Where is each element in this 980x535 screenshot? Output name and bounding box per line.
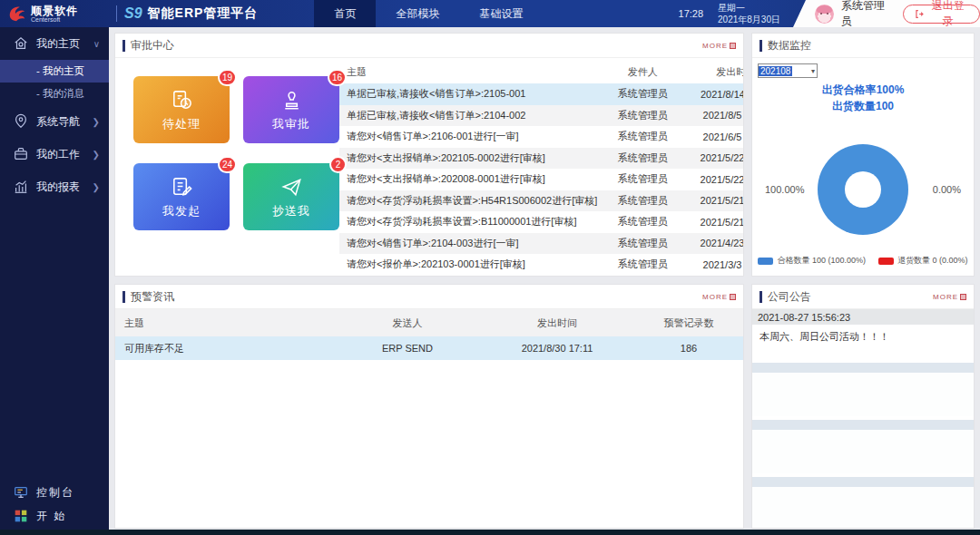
alert-row[interactable]: 可用库存不足ERP SEND2021/8/30 17:11186 xyxy=(115,336,743,360)
sidebar-item-我的主页[interactable]: 我的主页∨ xyxy=(0,27,109,60)
legend-label: 合格数量 100 (100.00%) xyxy=(777,255,866,267)
alerts-more-link[interactable]: MORE xyxy=(702,293,736,301)
logout-button[interactable]: 退出登录 xyxy=(903,5,980,24)
approval-sender: 系统管理员 xyxy=(597,237,688,250)
chevron-down-icon: ∨ xyxy=(93,39,100,49)
approval-row[interactable]: 请您对<支出报销单>:202008-0001进行[审核]系统管理员2021/5/… xyxy=(339,169,744,190)
chart-title-line2: 出货数量100 xyxy=(752,98,974,114)
approval-subject: 请您对<支出报销单>:202008-0001进行[审核] xyxy=(339,172,597,186)
approval-row[interactable]: 请您对<销售订单>:2106-001进行[一审]系统管理员2021/6/5 14… xyxy=(339,126,744,148)
product-title: 智能ERP管理平台 xyxy=(148,5,259,22)
more-label: MORE xyxy=(702,293,728,301)
tile-待处理[interactable]: 待处理19 xyxy=(133,76,230,143)
avatar[interactable] xyxy=(815,5,834,24)
s9-logo: S9 xyxy=(124,5,142,22)
data-monitor-title: 数据监控 xyxy=(768,38,811,54)
logo-text-en: Centersoft xyxy=(31,16,78,23)
approval-row[interactable]: 请您对<存货浮动耗损率设置>:B11000001进行[审核]系统管理员2021/… xyxy=(339,211,744,233)
col-sender: 发件人 xyxy=(597,65,688,79)
home-icon xyxy=(13,35,29,52)
nav-item-基础设置[interactable]: 基础设置 xyxy=(459,0,543,27)
approval-more-link[interactable]: MORE xyxy=(702,42,736,50)
legend-item: 退货数量 0 (0.00%) xyxy=(878,255,968,267)
approval-tiles: 待处理19我审批16我发起24抄送我2 xyxy=(115,58,339,277)
tile-抄送我[interactable]: 抄送我2 xyxy=(243,163,339,230)
approval-time: 2021/5/21 16:13 xyxy=(688,217,744,228)
sidebar-item-我的报表[interactable]: 我的报表❯ xyxy=(0,170,109,203)
briefcase-icon xyxy=(13,146,29,162)
tile-我发起[interactable]: 我发起24 xyxy=(133,163,230,230)
approval-sender: 系统管理员 xyxy=(597,215,688,229)
more-icon xyxy=(730,294,736,300)
alert-count: 186 xyxy=(634,343,743,354)
nav-item-全部模块[interactable]: 全部模块 xyxy=(376,0,459,27)
announcement-separator xyxy=(752,477,974,487)
period-select[interactable]: 202108 ▾ xyxy=(758,63,818,78)
tile-label: 抄送我 xyxy=(272,203,310,219)
approval-subject: 请您对<报价单>:202103-0001进行[审核] xyxy=(339,258,597,271)
tile-label: 我审批 xyxy=(272,116,310,132)
doc-edit-icon xyxy=(170,175,194,199)
announcement-empty-slot xyxy=(752,487,974,529)
announcement-content[interactable]: 本周六、周日公司活动！！！ xyxy=(752,325,974,359)
clock: 17:28 xyxy=(679,8,704,19)
tile-我审批[interactable]: 我审批16 xyxy=(243,76,339,143)
sidebar: 我的主页∨- 我的主页- 我的消息系统导航❯我的工作❯我的报表❯ 控制台开 始 xyxy=(0,27,109,535)
sidebar-bottom-label: 控制台 xyxy=(36,485,100,501)
approval-row[interactable]: 请您对<存货浮动耗损率设置>:H54R1S006002进行[审核]系统管理员20… xyxy=(339,190,744,212)
pending-doc-icon xyxy=(170,88,194,112)
alerts-table-header: 主题 发送人 发出时间 预警记录数 xyxy=(115,309,743,336)
sidebar-subitem-我的消息[interactable]: - 我的消息 xyxy=(0,83,109,105)
paper-plane-icon xyxy=(279,175,304,199)
approval-sender: 系统管理员 xyxy=(597,87,688,101)
approval-row[interactable]: 请您对<销售订单>:2104-003进行[一审]系统管理员2021/4/23 1… xyxy=(339,233,744,255)
data-monitor-panel: 数据监控 202108 ▾ 出货合格率100% 出货数量100 100.00% … xyxy=(751,33,975,277)
stamp-icon xyxy=(279,88,304,112)
sidebar-item-我的工作[interactable]: 我的工作❯ xyxy=(0,138,109,170)
announcement-empty-slot xyxy=(752,373,974,416)
panel-accent xyxy=(122,40,125,52)
announcements-panel: 公司公告 MORE 2021-08-27 15:56:23本周六、周日公司活动！… xyxy=(751,284,975,529)
sidebar-bottom-控制台[interactable]: 控制台 xyxy=(0,481,109,504)
approval-subject: 请您对<存货浮动耗损率设置>:B11000001进行[审核] xyxy=(339,215,597,229)
main-content: 审批中心 MORE 待处理19我审批16我发起24抄送我2 主题 发件人 发出时… xyxy=(109,27,980,535)
donut-hole xyxy=(845,171,881,208)
sidebar-submenu: - 我的主页- 我的消息 xyxy=(0,60,109,105)
more-icon xyxy=(960,294,966,300)
sidebar-subitem-我的主页[interactable]: - 我的主页 xyxy=(0,60,109,83)
approval-subject: 单据已审核,请接收<销售订单>:2105-001 xyxy=(339,87,597,101)
company-logo: 顺景软件 Centersoft xyxy=(0,4,109,24)
col-subject: 主题 xyxy=(339,65,597,79)
start-icon xyxy=(13,508,29,524)
alert-sender: ERP SEND xyxy=(335,343,480,354)
alert-subject: 可用库存不足 xyxy=(115,342,335,355)
approval-row[interactable]: 单据已审核,请接收<销售订单>:2105-001系统管理员2021/8/14 1… xyxy=(339,83,744,105)
date: 2021年8月30日 xyxy=(718,14,780,25)
chart-legend: 合格数量 100 (100.00%)退货数量 0 (0.00%) xyxy=(752,255,974,267)
approval-table: 主题 发件人 发出时间 单据已审核,请接收<销售订单>:2105-001系统管理… xyxy=(339,58,744,277)
approval-row[interactable]: 请您对<报价单>:202103-0001进行[审核]系统管理员2021/3/3 … xyxy=(339,254,744,276)
approval-sender: 系统管理员 xyxy=(597,151,688,165)
approval-time: 2021/4/23 14:06 xyxy=(688,238,744,248)
announcement-datetime: 2021-08-27 15:56:23 xyxy=(752,309,974,325)
nav-item-首页[interactable]: 首页 xyxy=(314,0,376,27)
approval-center-header: 审批中心 MORE xyxy=(115,34,743,58)
chart-title: 出货合格率100% 出货数量100 xyxy=(752,82,974,114)
approval-row[interactable]: 单据已审核,请接收<销售订单>:2104-002系统管理员2021/8/5 16… xyxy=(339,105,744,127)
announcements-more-link[interactable]: MORE xyxy=(933,293,966,301)
chevron-right-icon: ❯ xyxy=(93,150,100,160)
approval-row[interactable]: 请您对<支出报销单>:202105-0002进行[审核]系统管理员2021/5/… xyxy=(339,148,744,170)
announcement-empty-slot xyxy=(752,430,974,473)
chevron-down-icon: ▾ xyxy=(811,67,817,75)
col-subject: 主题 xyxy=(115,316,335,330)
approval-subject: 单据已审核,请接收<销售订单>:2104-002 xyxy=(339,109,597,122)
sidebar-item-label: 系统导航 xyxy=(36,114,93,130)
announcements-title: 公司公告 xyxy=(768,289,811,305)
panel-accent xyxy=(760,291,762,303)
sidebar-item-系统导航[interactable]: 系统导航❯ xyxy=(0,105,109,138)
date-block: 星期一 2021年8月30日 xyxy=(718,2,780,25)
donut-ring xyxy=(818,144,908,235)
sidebar-bottom-开始[interactable]: 开 始 xyxy=(0,504,109,528)
approval-time: 2021/8/14 11:45 xyxy=(688,89,744,100)
col-sender: 发送人 xyxy=(335,316,480,330)
